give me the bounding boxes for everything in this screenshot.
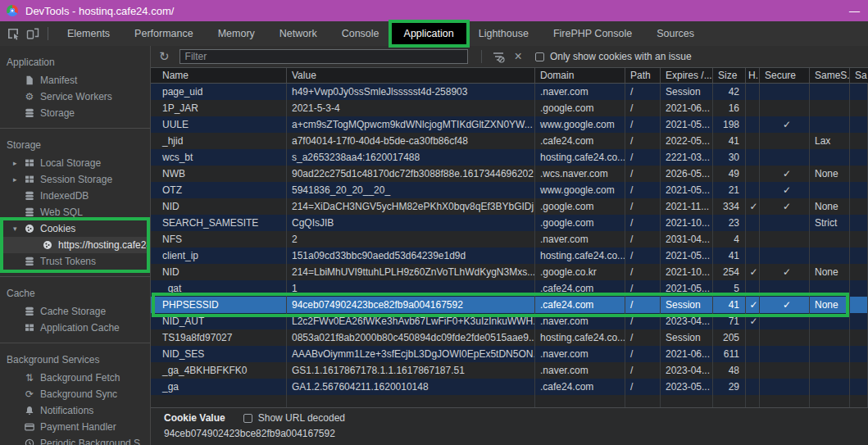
- cookie-table-row[interactable]: SEARCH_SAMESITE CgQIsJIB .google.com / 2…: [151, 215, 868, 231]
- cell-secure-check[interactable]: [760, 280, 810, 297]
- cell-samesite[interactable]: [810, 329, 850, 346]
- cell-samesite[interactable]: [810, 280, 850, 297]
- cell-cookie-name[interactable]: NID: [151, 264, 287, 280]
- cell-secure-check[interactable]: [760, 313, 810, 329]
- cell-httponly-check[interactable]: [746, 215, 760, 231]
- cell-size[interactable]: 71: [713, 313, 746, 329]
- cell-samesite[interactable]: [810, 84, 850, 100]
- cell-cookie-name[interactable]: NWB: [151, 166, 287, 182]
- cookie-table-row[interactable]: PHPSESSID 94ceb074902423bce82fb9a0041675…: [151, 297, 868, 313]
- cell-samesite[interactable]: [810, 116, 850, 133]
- cell-cookie-name[interactable]: page_uid: [151, 84, 287, 100]
- cell-samesite[interactable]: [810, 346, 850, 362]
- cell-httponly-check[interactable]: ✓: [746, 313, 760, 329]
- cookie-table-row[interactable]: _ga GA1.2.567604211.1620010148 .cafe24.c…: [151, 379, 868, 395]
- cell-sameparty[interactable]: [850, 84, 868, 100]
- column-header-name[interactable]: Name: [151, 68, 287, 83]
- column-header-sameparty[interactable]: Sa: [850, 68, 868, 83]
- cell-cookie-value[interactable]: a7f04014-17f0-40d4-b5de-ca30fb86cf48: [287, 133, 535, 149]
- cell-expires[interactable]: 2021-11...: [661, 198, 713, 215]
- cell-secure-check[interactable]: ✓: [760, 166, 810, 182]
- cell-httponly-check[interactable]: [746, 379, 760, 395]
- cell-expires[interactable]: 2021-10...: [661, 264, 713, 280]
- cell-samesite[interactable]: [810, 149, 850, 166]
- cookie-table-row[interactable]: OTZ 5941836_20_20__20_ www.google.com / …: [151, 182, 868, 198]
- chevron-right-icon[interactable]: ▸: [13, 155, 23, 171]
- cell-samesite[interactable]: [810, 100, 850, 116]
- cell-size[interactable]: 4: [713, 231, 746, 247]
- cell-sameparty[interactable]: [850, 198, 868, 215]
- tab-firephp-console[interactable]: FirePHP Console: [541, 23, 644, 44]
- cookie-table-row[interactable]: _gat 1 .cafe24.com / 2021-05... 5: [151, 280, 868, 297]
- cell-size[interactable]: 5: [713, 280, 746, 297]
- cell-domain[interactable]: .naver.com: [535, 346, 625, 362]
- cell-path[interactable]: /: [625, 100, 661, 116]
- sidebar-item-web-sql[interactable]: Web SQL: [0, 204, 150, 220]
- cell-cookie-value[interactable]: 151a09cd33bbc90aedd53d64239e1d9d: [287, 247, 535, 264]
- cookie-table-row[interactable]: _ga_4BKHBFKFK0 GS1.1.1617867178.1.1.1617…: [151, 362, 868, 379]
- sidebar-item-manifest[interactable]: Manifest: [0, 72, 150, 89]
- cell-cookie-value[interactable]: 2: [287, 231, 535, 247]
- column-header-expires[interactable]: Expires /...: [661, 68, 713, 83]
- cell-cookie-name[interactable]: NID_AUT: [151, 313, 287, 329]
- cell-sameparty[interactable]: [850, 182, 868, 198]
- cell-path[interactable]: /: [625, 133, 661, 149]
- cell-path[interactable]: /: [625, 379, 661, 395]
- cell-cookie-value[interactable]: GS1.1.1617867178.1.1.1617867187.51: [287, 362, 535, 379]
- cell-cookie-name[interactable]: _hjid: [151, 133, 287, 149]
- sidebar-item-background-sync[interactable]: ⟳ Background Sync: [0, 386, 150, 402]
- column-header-size[interactable]: Size: [713, 68, 746, 83]
- cell-cookie-value[interactable]: GA1.2.567604211.1620010148: [287, 379, 535, 395]
- cell-expires[interactable]: 2021-05...: [661, 116, 713, 133]
- cell-path[interactable]: /: [625, 280, 661, 297]
- sidebar-item-application-cache[interactable]: Application Cache: [0, 320, 150, 336]
- cell-domain[interactable]: .cafe24.com: [535, 280, 625, 297]
- tab-console[interactable]: Console: [329, 23, 392, 44]
- cell-httponly-check[interactable]: [746, 346, 760, 362]
- cell-path[interactable]: /: [625, 297, 661, 313]
- cell-samesite[interactable]: None: [810, 297, 850, 313]
- cell-secure-check[interactable]: [760, 149, 810, 166]
- cell-samesite[interactable]: None: [810, 166, 850, 182]
- cell-cookie-name[interactable]: NID_SES: [151, 346, 287, 362]
- sidebar-item-service-workers[interactable]: ⚙ Service Workers: [0, 89, 150, 105]
- cell-httponly-check[interactable]: [746, 133, 760, 149]
- cell-httponly-check[interactable]: [746, 280, 760, 297]
- cell-domain[interactable]: .naver.com: [535, 362, 625, 379]
- cell-cookie-name[interactable]: UULE: [151, 116, 287, 133]
- cell-cookie-value[interactable]: 5941836_20_20__20_: [287, 182, 535, 198]
- tab-lighthouse[interactable]: Lighthouse: [466, 23, 541, 44]
- cell-secure-check[interactable]: ✓: [760, 116, 810, 133]
- cookie-table-row[interactable]: page_uid h49+Vwp0Jy0ssSmleJlssssst4d-258…: [151, 84, 868, 100]
- chevron-right-icon[interactable]: ▸: [13, 171, 23, 188]
- cell-domain[interactable]: .google.co.kr: [535, 264, 625, 280]
- cell-sameparty[interactable]: [850, 346, 868, 362]
- tab-network[interactable]: Network: [267, 23, 329, 44]
- cell-size[interactable]: 611: [713, 346, 746, 362]
- cell-httponly-check[interactable]: [746, 166, 760, 182]
- cell-domain[interactable]: www.google.com: [535, 116, 625, 133]
- cell-cookie-name[interactable]: PHPSESSID: [151, 297, 287, 313]
- column-header-samesite[interactable]: SameS...: [810, 68, 850, 83]
- cookie-table-row[interactable]: wcs_bt s_a2653238aa4:1620017488 hosting.…: [151, 149, 868, 166]
- cell-path[interactable]: /: [625, 116, 661, 133]
- cell-domain[interactable]: .cafe24.com: [535, 133, 625, 149]
- cell-cookie-value[interactable]: 2021-5-3-4: [287, 100, 535, 116]
- cell-samesite[interactable]: Strict: [810, 215, 850, 231]
- sidebar-item-notifications[interactable]: Notifications: [0, 402, 150, 419]
- cell-domain[interactable]: .google.com: [535, 215, 625, 231]
- cell-samesite[interactable]: [810, 231, 850, 247]
- cell-cookie-name[interactable]: NID: [151, 198, 287, 215]
- cell-httponly-check[interactable]: [746, 116, 760, 133]
- only-issue-checkbox[interactable]: [535, 52, 544, 61]
- cell-cookie-name[interactable]: SEARCH_SAMESITE: [151, 215, 287, 231]
- cell-cookie-value[interactable]: 94ceb074902423bce82fb9a004167592: [287, 297, 535, 313]
- tab-application[interactable]: Application: [392, 23, 466, 44]
- cell-domain[interactable]: .google.com: [535, 100, 625, 116]
- sidebar-item-payment-handler[interactable]: Payment Handler: [0, 419, 150, 435]
- cell-size[interactable]: 21: [713, 182, 746, 198]
- cell-domain[interactable]: .cafe24.com: [535, 379, 625, 395]
- clear-filter-icon[interactable]: [492, 50, 505, 63]
- cell-sameparty[interactable]: [850, 215, 868, 231]
- cell-path[interactable]: /: [625, 231, 661, 247]
